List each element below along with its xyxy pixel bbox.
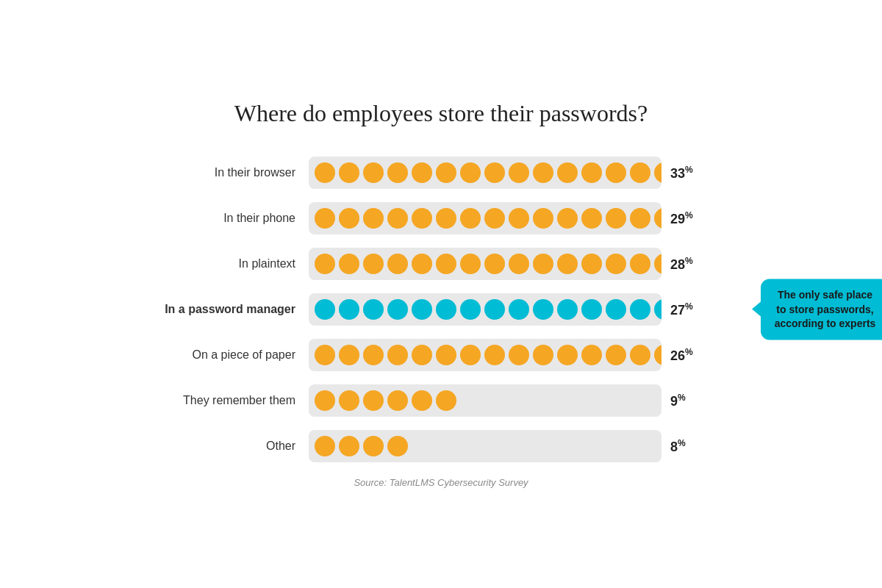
bar-dot	[436, 162, 456, 183]
bar-dot	[315, 345, 335, 365]
bar-dot	[387, 436, 408, 456]
bar-dot	[557, 208, 578, 229]
bar-dot	[363, 390, 384, 411]
bar-dot	[363, 208, 384, 229]
bar-track	[309, 339, 662, 371]
bar-dot	[412, 345, 432, 365]
bar-dot	[315, 436, 335, 456]
bar-dot	[436, 390, 456, 411]
bar-dot	[509, 162, 529, 183]
bar-row: On a piece of paper26%	[140, 339, 742, 371]
bar-label: On a piece of paper	[140, 348, 309, 362]
bar-row: Other8%	[140, 430, 742, 462]
bar-dot	[533, 254, 553, 274]
bar-dot	[606, 299, 626, 320]
bar-dot	[533, 162, 553, 183]
bar-row: In their phone29%	[140, 202, 742, 234]
bar-value: 33%	[670, 165, 693, 182]
bar-value: 26%	[670, 347, 693, 364]
bar-dot	[484, 208, 505, 229]
bar-dot	[654, 299, 662, 320]
bar-dot	[654, 208, 662, 229]
bar-dot	[606, 162, 626, 183]
bar-track	[309, 202, 662, 234]
bar-dot	[339, 390, 359, 411]
bar-dot	[557, 345, 578, 365]
bar-dot	[363, 436, 384, 456]
bar-dot	[533, 345, 553, 365]
bar-dot	[581, 299, 602, 320]
bar-track	[309, 248, 662, 280]
bar-dot	[581, 254, 602, 274]
bar-dot	[509, 299, 529, 320]
bar-dot	[630, 299, 650, 320]
bar-dot	[654, 345, 662, 365]
bar-dot	[339, 208, 359, 229]
bar-dot	[315, 390, 335, 411]
bar-value: 29%	[670, 210, 693, 227]
bar-dot	[606, 208, 626, 229]
bar-value: 8%	[670, 438, 686, 455]
bar-dot	[387, 208, 408, 229]
bar-dot	[581, 345, 602, 365]
bar-dot	[339, 162, 359, 183]
bar-dot	[412, 162, 432, 183]
bar-dot	[484, 345, 505, 365]
bar-dot	[436, 299, 456, 320]
bar-dot	[436, 345, 456, 365]
bar-dot	[460, 345, 481, 365]
bar-dot	[363, 162, 384, 183]
bar-dot	[654, 162, 662, 183]
callout-bubble: The only safe place to store passwords, …	[761, 279, 882, 340]
bar-dot	[533, 299, 553, 320]
bar-dot	[339, 436, 359, 456]
bar-row: In their browser33%	[140, 157, 742, 189]
bar-dot	[533, 208, 553, 229]
bar-dot	[363, 299, 384, 320]
bar-dot	[339, 345, 359, 365]
bar-value: 28%	[670, 256, 693, 273]
bar-row: In plaintext28%	[140, 248, 742, 280]
bar-dot	[339, 299, 359, 320]
bar-dot	[387, 162, 408, 183]
bar-dot	[315, 162, 335, 183]
bar-dot	[484, 299, 505, 320]
bar-dot	[387, 299, 408, 320]
bar-dot	[509, 345, 529, 365]
bar-dot	[460, 254, 481, 274]
bar-row: In a password manager27%The only safe pl…	[140, 293, 742, 326]
bar-label: In plaintext	[140, 257, 309, 270]
bar-label: In their browser	[140, 166, 309, 179]
bar-dot	[509, 208, 529, 229]
bar-dot	[412, 254, 432, 274]
bar-row: They remember them9%	[140, 384, 742, 417]
chart-container: Where do employees store their passwords…	[110, 85, 772, 503]
bar-dot	[484, 162, 505, 183]
bar-dot	[557, 299, 578, 320]
bar-dot	[630, 345, 650, 365]
bar-dot	[460, 299, 481, 320]
bar-dot	[412, 299, 432, 320]
source-text: Source: TalentLMS Cybersecurity Survey	[140, 477, 742, 488]
bar-value: 27%	[670, 301, 693, 318]
bar-dot	[387, 390, 408, 411]
bar-label: In their phone	[140, 212, 309, 225]
bar-dot	[387, 345, 408, 365]
bar-dot	[460, 162, 481, 183]
bar-dot	[363, 254, 384, 274]
bar-dot	[436, 208, 456, 229]
bar-dot	[557, 254, 578, 274]
bar-dot	[630, 254, 650, 274]
bar-dot	[606, 254, 626, 274]
bars-container: In their browser33%In their phone29%In p…	[140, 157, 742, 462]
bar-dot	[654, 254, 662, 274]
bar-value: 9%	[670, 392, 686, 409]
bar-dot	[606, 345, 626, 365]
bar-dot	[363, 345, 384, 365]
bar-dot	[630, 208, 650, 229]
bar-dot	[557, 162, 578, 183]
bar-dot	[412, 390, 432, 411]
bar-dot	[581, 208, 602, 229]
bar-dot	[387, 254, 408, 274]
bar-label: In a password manager	[140, 303, 309, 316]
